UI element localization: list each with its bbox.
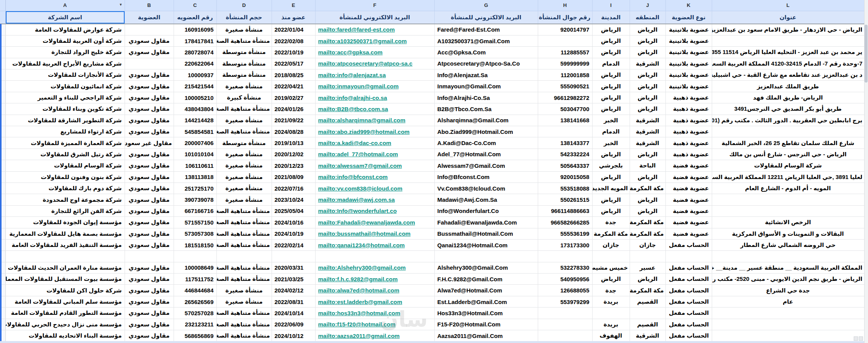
- cell-K2[interactable]: عضوية بلاتينية: [665, 24, 712, 35]
- cell-H21[interactable]: 173173300: [538, 239, 592, 250]
- cell-J23[interactable]: عسير: [630, 262, 665, 273]
- cell-F28[interactable]: mailto:f15-f20@hotmail.com: [315, 319, 434, 330]
- cell-B22[interactable]: [125, 251, 174, 262]
- cell-J9[interactable]: الرياض: [630, 103, 665, 115]
- cell-J5[interactable]: الشرقية: [630, 58, 665, 69]
- column-header-K[interactable]: K: [665, 0, 712, 11]
- cell-C14[interactable]: 106110611: [174, 160, 216, 171]
- cell-K9[interactable]: عضوية ذهبية: [665, 103, 712, 115]
- cell-G16[interactable]: Vv.Com838@Icloud.Com: [434, 182, 538, 194]
- cell-G14[interactable]: Alwessam7@Gmail.Com: [434, 160, 538, 171]
- cell-F18[interactable]: mailto:Info@wonderfulart.co: [315, 205, 434, 216]
- cell-A9[interactable]: شركة تكوين وبناء للمقاولات: [5, 103, 125, 115]
- cell-B15[interactable]: مقاول سعودي: [125, 171, 174, 182]
- cell-J7[interactable]: الرياض: [630, 81, 665, 92]
- cell-L25[interactable]: جدة حي الشراع: [712, 285, 864, 296]
- header-cell-G[interactable]: البريد الالكتروني للمنشأة: [434, 11, 538, 24]
- cell-C5[interactable]: 220622064: [174, 58, 216, 69]
- cell-H17[interactable]: 550261515: [538, 194, 592, 205]
- email-link[interactable]: mailto:a.kadi@dac-co.com: [318, 140, 392, 146]
- cell-G23[interactable]: Alshehry300@Gmail.Com: [434, 262, 538, 273]
- cell-A11[interactable]: شركة ارتواء للمشاريع: [5, 126, 125, 137]
- cell-F6[interactable]: mailto:info@alenjazat.sa: [315, 69, 434, 81]
- cell-G27[interactable]: Hos33n3@Hotmail.Com: [434, 308, 538, 319]
- header-cell-C[interactable]: رقم العضويه: [174, 11, 216, 24]
- cell-G25[interactable]: Alwa7ed@Hotmail.Com: [434, 285, 538, 296]
- cell-L26[interactable]: عام: [712, 296, 864, 307]
- email-link[interactable]: mailto:acc@gpksa.com: [318, 49, 383, 56]
- cell-B20[interactable]: مقاول سعودي: [125, 228, 174, 239]
- cell-F5[interactable]: mailto:atpcosecretary@atpco-sa.c: [315, 58, 434, 69]
- cell-G19[interactable]: Fahadali@Ewanaljawda.Com: [434, 217, 538, 228]
- cell-J12[interactable]: الشرقية: [630, 137, 665, 149]
- cell-C9[interactable]: 438043804: [174, 103, 216, 115]
- cell-K29[interactable]: الحساب مفعل: [665, 330, 712, 341]
- cell-F22[interactable]: [315, 251, 434, 262]
- cell-A18[interactable]: شركة الفن الرائع للتجارة: [5, 205, 125, 216]
- cell-J21[interactable]: جازان: [630, 239, 665, 250]
- cell-B17[interactable]: مقاول سعودي: [125, 194, 174, 205]
- cell-K13[interactable]: عضوية ذهبية: [665, 149, 712, 160]
- cell-G20[interactable]: Bussmathail@Hotmail.Com: [434, 228, 538, 239]
- cell-D25[interactable]: منشأة صغيرة: [216, 285, 272, 296]
- cell-L7[interactable]: طريق الملك عبدالعزيز: [712, 81, 864, 92]
- cell-A2[interactable]: شركة عوارض للمقاولات العامة: [5, 24, 125, 35]
- email-link[interactable]: mailto:hos33n3@hotmail.com: [318, 310, 400, 316]
- cell-D3[interactable]: منشأة متناهية الصغر: [216, 35, 272, 46]
- cell-C8[interactable]: 100005210: [174, 92, 216, 103]
- cell-E10[interactable]: 2021/09/22: [272, 115, 315, 126]
- cell-H15[interactable]: 920015058: [538, 171, 592, 182]
- cell-G12[interactable]: A.Kadi@Dac-Co.Com: [434, 137, 538, 149]
- cell-I4[interactable]: الرياض: [592, 47, 630, 58]
- cell-K14[interactable]: عضوية فضية: [665, 160, 712, 171]
- cell-G13[interactable]: Adel_77@Hotmail.Com: [434, 149, 538, 160]
- cell-A14[interactable]: شركة الوسام للمقاولات: [5, 160, 125, 171]
- cell-H19[interactable]: 966582666285: [538, 217, 592, 228]
- email-link[interactable]: mailto:Fahadali@ewanaljawda.com: [318, 219, 415, 226]
- cell-K10[interactable]: عضوية ذهبية: [665, 115, 712, 126]
- header-cell-E[interactable]: عضو منذ: [272, 11, 315, 24]
- cell-L19[interactable]: الرخص الانشائية: [712, 217, 864, 228]
- cell-H22[interactable]: [538, 251, 592, 262]
- cell-E8[interactable]: 2019/02/27: [272, 92, 315, 103]
- header-cell-A[interactable]: اسم الشركة: [5, 11, 125, 24]
- cell-C13[interactable]: 101010104: [174, 149, 216, 160]
- select-all-corner[interactable]: [0, 0, 5, 11]
- cell-I23[interactable]: خميس مشيط: [592, 262, 630, 273]
- cell-D27[interactable]: منشأة متناهية الصغر: [216, 308, 272, 319]
- cell-B16[interactable]: مقاول سعودي: [125, 182, 174, 194]
- cell-G8[interactable]: Info@Alrajhi-Co.Sa: [434, 92, 538, 103]
- cell-B8[interactable]: مقاول سعودي: [125, 92, 174, 103]
- email-link[interactable]: mailto:info@bfconst.com: [318, 174, 388, 180]
- cell-E26[interactable]: 2022/08/31: [272, 296, 315, 307]
- cell-I7[interactable]: الرياض: [592, 81, 630, 92]
- cell-I19[interactable]: جدة: [592, 217, 630, 228]
- cell-C25[interactable]: 446844684: [174, 285, 216, 296]
- cell-G9[interactable]: B2B@Tbco.Com.Sa: [434, 103, 538, 115]
- cell-D11[interactable]: منشأة متناهية الصغر: [216, 126, 272, 137]
- cell-L2[interactable]: الرياض - حي الازدهار - طريق الامام سعود …: [712, 24, 864, 35]
- header-cell-K[interactable]: نوع العضوية: [665, 11, 712, 24]
- cell-K28[interactable]: الحساب مفعل: [665, 319, 712, 330]
- cell-I22[interactable]: [592, 251, 630, 262]
- cell-H12[interactable]: 138143377: [538, 137, 592, 149]
- cell-D7[interactable]: منشأة صغيرة: [216, 81, 272, 92]
- cell-E12[interactable]: 2019/10/13: [272, 137, 315, 149]
- cell-C11[interactable]: 545854581: [174, 126, 216, 137]
- header-cell-B[interactable]: العضوية: [125, 11, 174, 24]
- cell-B27[interactable]: مقاول سعودي: [125, 308, 174, 319]
- cell-J11[interactable]: الشرقية: [630, 126, 665, 137]
- cell-H16[interactable]: 553518088: [538, 182, 592, 194]
- email-link[interactable]: mailto:adel_77@hotmail.com: [318, 151, 398, 157]
- cell-E29[interactable]: 2024/10/12: [272, 330, 315, 341]
- cell-J6[interactable]: الرياض: [630, 69, 665, 81]
- email-link[interactable]: mailto:bussmathail@hotmail.com: [318, 230, 411, 237]
- cell-H25[interactable]: 126688055: [538, 285, 592, 296]
- cell-L21[interactable]: حي الروضه الشمالي شارع المطار: [712, 239, 864, 250]
- cell-I24[interactable]: الرياض: [592, 274, 630, 285]
- cell-B5[interactable]: [125, 58, 174, 69]
- cell-E21[interactable]: 2022/02/14: [272, 239, 315, 250]
- scroll-left-button[interactable]: [854, 336, 858, 341]
- cell-K23[interactable]: الحساب مفعل: [665, 262, 712, 273]
- header-cell-D[interactable]: حجم المنشأة: [216, 11, 272, 24]
